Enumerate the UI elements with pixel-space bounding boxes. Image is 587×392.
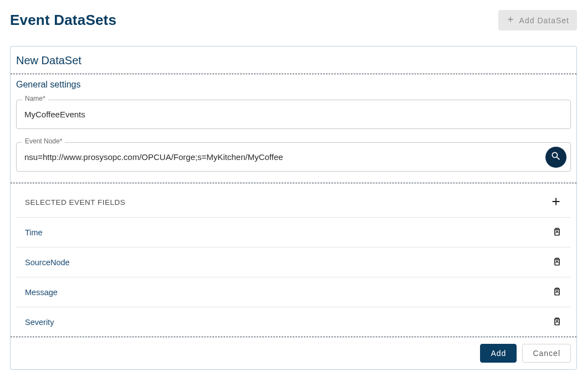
delete-field-button[interactable] (552, 226, 562, 239)
selected-event-fields-title: SELECTED EVENT FIELDS (25, 198, 125, 207)
event-field-name: Message (25, 288, 58, 297)
plus-icon (506, 15, 515, 25)
event-field-name: Severity (25, 318, 54, 327)
event-field-name: Time (25, 228, 43, 237)
add-button[interactable]: Add (480, 344, 517, 363)
event-field-row: Severity (16, 307, 571, 337)
cancel-button[interactable]: Cancel (522, 344, 571, 363)
browse-node-button[interactable] (545, 147, 566, 168)
add-event-field-button[interactable] (550, 195, 562, 209)
add-dataset-label: Add DataSet (519, 16, 569, 25)
trash-icon (552, 286, 562, 298)
event-field-row: SourceNode (16, 247, 571, 277)
event-node-input[interactable] (16, 142, 571, 172)
name-label: Name* (22, 95, 48, 102)
trash-icon (552, 226, 562, 239)
general-settings-section: General settings Name* Event Node* (11, 74, 576, 183)
page-title: Event DataSets (10, 12, 116, 29)
add-dataset-button[interactable]: Add DataSet (498, 10, 577, 30)
panel-footer: Add Cancel (11, 337, 576, 369)
search-icon (550, 151, 562, 163)
trash-icon (552, 316, 562, 328)
name-field-wrapper: Name* (16, 100, 571, 129)
general-settings-title: General settings (16, 80, 571, 90)
event-field-row: Time (16, 218, 571, 247)
event-field-name: SourceNode (25, 258, 70, 267)
selected-event-fields-section: SELECTED EVENT FIELDS Time SourceNode (11, 183, 576, 337)
name-input[interactable] (16, 100, 571, 129)
event-node-label: Event Node* (22, 137, 65, 145)
event-node-field-wrapper: Event Node* (16, 142, 571, 172)
delete-field-button[interactable] (552, 316, 562, 328)
panel-title: New DataSet (11, 47, 576, 74)
trash-icon (552, 256, 562, 269)
event-field-row: Message (16, 277, 571, 307)
delete-field-button[interactable] (552, 256, 562, 269)
new-dataset-panel: New DataSet General settings Name* Event… (10, 46, 577, 370)
plus-icon (550, 195, 562, 209)
delete-field-button[interactable] (552, 286, 562, 298)
